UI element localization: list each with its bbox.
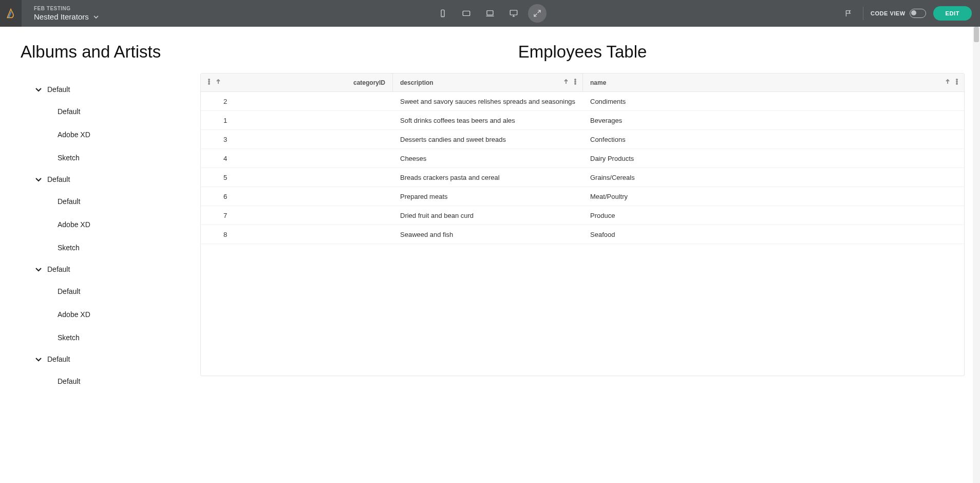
table-row[interactable]: 4CheesesDairy Products: [201, 149, 964, 168]
column-header-name[interactable]: name: [583, 73, 964, 91]
tree-child-item[interactable]: Adobe XD: [58, 213, 190, 236]
feedback-button[interactable]: [841, 6, 856, 21]
laptop-icon: [485, 9, 495, 18]
chevron-down-icon: [93, 14, 99, 20]
sort-asc-icon[interactable]: [945, 79, 951, 86]
column-label: description: [400, 79, 434, 86]
viewport-tablet-landscape-button[interactable]: [457, 4, 476, 23]
cell-description: Cheeses: [393, 155, 583, 162]
tree-child-item[interactable]: Sketch: [58, 326, 190, 349]
table-row[interactable]: 8Seaweed and fishSeafood: [201, 225, 964, 244]
tree-child-item[interactable]: Sketch: [58, 146, 190, 169]
cell-description: Dried fruit and bean curd: [393, 212, 583, 219]
left-panel: Albums and Artists DefaultDefaultAdobe X…: [0, 27, 200, 483]
tree-parent-item[interactable]: Default: [35, 79, 190, 100]
project-label: FEB TESTING: [34, 6, 99, 11]
cell-name: Produce: [583, 212, 964, 219]
svg-point-7: [209, 83, 210, 84]
viewport-phone-button[interactable]: [434, 4, 452, 23]
tree-child-item[interactable]: Default: [58, 100, 190, 123]
cell-categoryid: 1: [201, 117, 393, 124]
tree-children: Default: [58, 369, 190, 393]
viewport-switcher: [434, 4, 546, 23]
right-panel: Employees Table categoryID description: [200, 27, 980, 483]
column-header-description[interactable]: description: [393, 73, 583, 91]
page-scrollbar[interactable]: [973, 27, 980, 483]
svg-point-10: [575, 83, 576, 84]
cell-categoryid: 6: [201, 193, 393, 200]
edit-button[interactable]: EDIT: [933, 6, 972, 21]
svg-point-13: [956, 83, 957, 84]
viewport-laptop-button[interactable]: [481, 4, 499, 23]
chevron-down-icon: [35, 356, 42, 363]
tree-view: DefaultDefaultAdobe XDSketchDefaultDefau…: [35, 79, 190, 393]
sort-asc-icon[interactable]: [563, 79, 569, 86]
cell-categoryid: 7: [201, 212, 393, 219]
table-row[interactable]: 5Breads crackers pasta and cerealGrains/…: [201, 168, 964, 187]
tablet-landscape-icon: [462, 9, 471, 18]
viewport-fullscreen-button[interactable]: [528, 4, 546, 23]
svg-rect-4: [510, 10, 517, 15]
chevron-down-icon: [35, 86, 42, 93]
code-view-toggle[interactable]: CODE VIEW: [871, 9, 926, 18]
cell-name: Confections: [583, 136, 964, 143]
tree-children: DefaultAdobe XDSketch: [58, 280, 190, 349]
table-row[interactable]: 1Soft drinks coffees teas beers and ales…: [201, 111, 964, 130]
svg-point-11: [956, 79, 957, 80]
tree-child-item[interactable]: Adobe XD: [58, 303, 190, 326]
column-label: name: [590, 79, 606, 86]
column-menu-icon[interactable]: [954, 79, 960, 86]
tree-children: DefaultAdobe XDSketch: [58, 190, 190, 259]
tree-child-item[interactable]: Default: [58, 190, 190, 213]
tree-parent-item[interactable]: Default: [35, 349, 190, 369]
table-row[interactable]: 7Dried fruit and bean curdProduce: [201, 206, 964, 225]
page-name: Nested Iterators: [34, 12, 89, 21]
cell-categoryid: 8: [201, 231, 393, 238]
table-row[interactable]: 2Sweet and savory sauces relishes spread…: [201, 92, 964, 111]
tree-child-item[interactable]: Sketch: [58, 236, 190, 259]
cell-description: Sweet and savory sauces relishes spreads…: [393, 98, 583, 105]
albums-title: Albums and Artists: [21, 42, 190, 62]
tree-child-item[interactable]: Default: [58, 280, 190, 303]
main-content: Albums and Artists DefaultDefaultAdobe X…: [0, 27, 980, 483]
svg-point-9: [575, 81, 576, 82]
tree-parent-item[interactable]: Default: [35, 169, 190, 190]
page-selector[interactable]: Nested Iterators: [34, 12, 99, 21]
cell-description: Prepared meats: [393, 193, 583, 200]
project-breadcrumb: FEB TESTING Nested Iterators: [34, 6, 99, 21]
viewport-desktop-button[interactable]: [504, 4, 523, 23]
cell-name: Dairy Products: [583, 155, 964, 162]
desktop-icon: [509, 9, 518, 18]
cell-description: Seaweed and fish: [393, 231, 583, 238]
employees-grid: categoryID description name: [200, 73, 965, 376]
svg-point-12: [956, 81, 957, 82]
scrollbar-thumb[interactable]: [974, 27, 979, 42]
chevron-down-icon: [35, 266, 42, 273]
cell-name: Seafood: [583, 231, 964, 238]
column-menu-icon[interactable]: [206, 79, 212, 86]
svg-rect-3: [487, 11, 493, 15]
table-row[interactable]: 3Desserts candies and sweet breadsConfec…: [201, 130, 964, 149]
column-label: categoryID: [353, 79, 385, 86]
table-row[interactable]: 6Prepared meatsMeat/Poultry: [201, 187, 964, 206]
tree-child-item[interactable]: Default: [58, 369, 190, 393]
code-view-label: CODE VIEW: [871, 10, 905, 16]
employees-title: Employees Table: [200, 42, 965, 62]
svg-point-6: [209, 81, 210, 82]
cell-name: Grains/Cereals: [583, 174, 964, 181]
tree-item-label: Default: [47, 265, 70, 273]
toggle-switch[interactable]: [910, 9, 926, 18]
cell-categoryid: 4: [201, 155, 393, 162]
cell-categoryid: 3: [201, 136, 393, 143]
divider: [863, 7, 863, 20]
sort-asc-icon[interactable]: [215, 79, 221, 86]
tree-parent-item[interactable]: Default: [35, 259, 190, 280]
tree-child-item[interactable]: Adobe XD: [58, 123, 190, 146]
phone-icon: [438, 9, 447, 18]
appbuilder-logo-icon: [6, 8, 16, 19]
tree-item-label: Default: [47, 175, 70, 183]
column-menu-icon[interactable]: [572, 79, 578, 86]
grid-header: categoryID description name: [201, 73, 964, 92]
app-logo[interactable]: [0, 0, 22, 27]
column-header-categoryid[interactable]: categoryID: [201, 73, 393, 91]
